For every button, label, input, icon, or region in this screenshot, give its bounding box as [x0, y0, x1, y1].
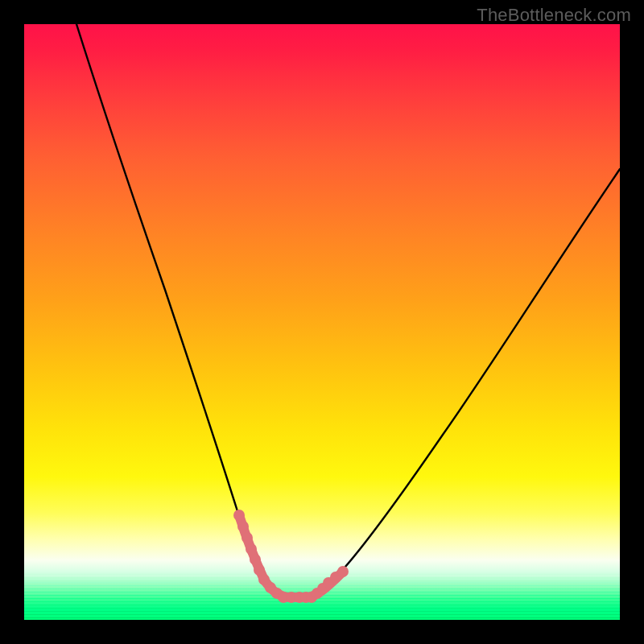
gradient-background [24, 24, 620, 620]
chart-frame [24, 24, 620, 620]
watermark: TheBottleneck.com [477, 5, 631, 26]
